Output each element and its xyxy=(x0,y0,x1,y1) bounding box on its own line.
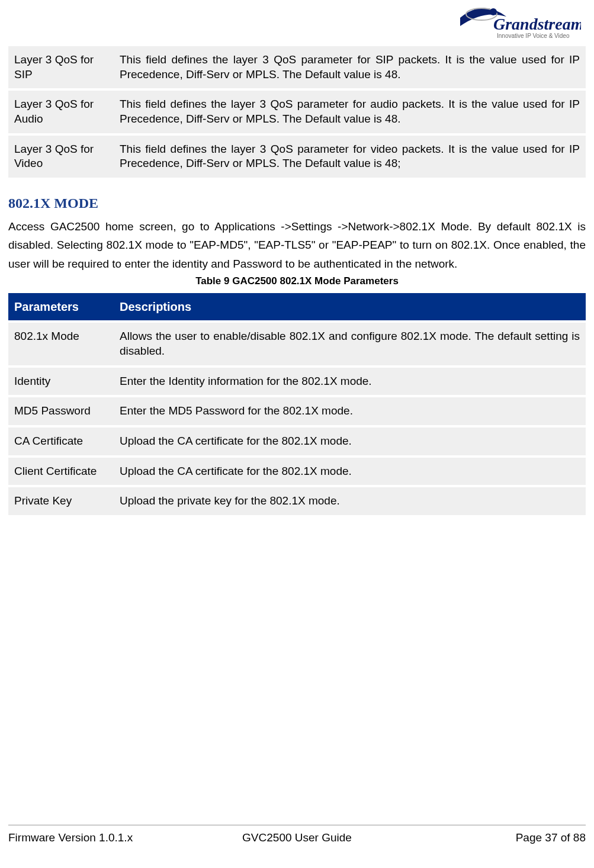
brand-name: Grandstream xyxy=(493,15,581,33)
header-cell-desc: Descriptions xyxy=(114,293,586,320)
table-row: CA Certificate Upload the CA certificate… xyxy=(8,427,586,455)
footer-left: Firmware Version 1.0.1.x xyxy=(8,831,201,844)
desc-cell: Allows the user to enable/disable 802.1X… xyxy=(114,323,586,365)
param-cell: MD5 Password xyxy=(8,397,114,425)
footer-center: GVC2500 User Guide xyxy=(201,831,393,844)
header-cell-param: Parameters xyxy=(8,293,114,320)
table-row: Client Certificate Upload the CA certifi… xyxy=(8,458,586,486)
table-row: 802.1x Mode Allows the user to enable/di… xyxy=(8,323,586,365)
table-row: MD5 Password Enter the MD5 Password for … xyxy=(8,397,586,425)
table-row: Identity Enter the Identity information … xyxy=(8,368,586,396)
desc-cell: Upload the CA certificate for the 802.1X… xyxy=(114,427,586,455)
desc-cell: This field defines the layer 3 QoS param… xyxy=(114,46,586,88)
section-paragraph: Access GAC2500 home screen, go to Applic… xyxy=(8,217,586,273)
desc-cell: Upload the private key for the 802.1X mo… xyxy=(114,487,586,515)
brand-tagline: Innovative IP Voice & Video xyxy=(497,33,570,39)
desc-cell: Upload the CA certificate for the 802.1X… xyxy=(114,458,586,486)
param-cell: Layer 3 QoS for Video xyxy=(8,136,114,178)
param-cell: Layer 3 QoS for Audio xyxy=(8,91,114,133)
table-caption: Table 9 GAC2500 802.1X Mode Parameters xyxy=(8,275,586,287)
param-cell: Private Key xyxy=(8,487,114,515)
table-row: Layer 3 QoS for Audio This field defines… xyxy=(8,91,586,133)
table-header-row: Parameters Descriptions xyxy=(8,293,586,320)
mode-table: Parameters Descriptions 802.1x Mode Allo… xyxy=(8,291,586,517)
param-cell: 802.1x Mode xyxy=(8,323,114,365)
qos-table: Layer 3 QoS for SIP This field defines t… xyxy=(8,44,586,180)
brand-logo: Grandstream Innovative IP Voice & Video xyxy=(460,6,581,40)
param-cell: CA Certificate xyxy=(8,427,114,455)
section-heading: 802.1X MODE xyxy=(8,195,586,211)
desc-cell: Enter the Identity information for the 8… xyxy=(114,368,586,396)
param-cell: Client Certificate xyxy=(8,458,114,486)
table-row: Private Key Upload the private key for t… xyxy=(8,487,586,515)
table-row: Layer 3 QoS for SIP This field defines t… xyxy=(8,46,586,88)
param-cell: Identity xyxy=(8,368,114,396)
desc-cell: This field defines the layer 3 QoS param… xyxy=(114,91,586,133)
table-row: Layer 3 QoS for Video This field defines… xyxy=(8,136,586,178)
desc-cell: Enter the MD5 Password for the 802.1X mo… xyxy=(114,397,586,425)
param-cell: Layer 3 QoS for SIP xyxy=(8,46,114,88)
page-footer: Firmware Version 1.0.1.x GVC2500 User Gu… xyxy=(8,825,586,844)
footer-right: Page 37 of 88 xyxy=(393,831,586,844)
desc-cell: This field defines the layer 3 QoS param… xyxy=(114,136,586,178)
